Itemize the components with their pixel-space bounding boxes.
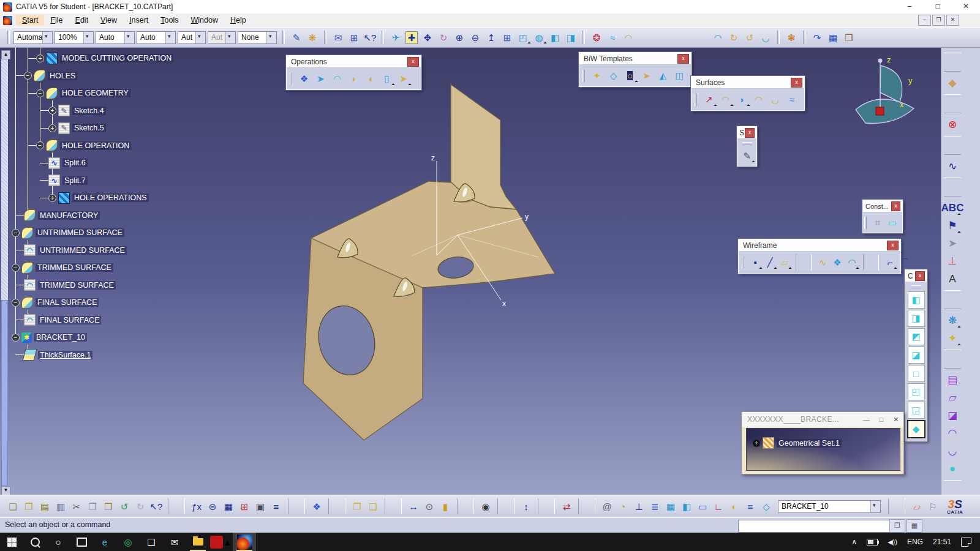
chevron-down-icon[interactable] <box>165 32 175 43</box>
mdi-minimize-icon[interactable]: — <box>859 416 874 424</box>
view-named-icon[interactable]: ◲ <box>908 402 925 419</box>
close-icon[interactable]: x <box>407 57 419 67</box>
spacer[interactable] <box>636 29 710 45</box>
undo-icon[interactable]: ↺ <box>116 498 132 514</box>
toolbar-combo[interactable]: Aut <box>208 31 236 44</box>
snap-box-icon[interactable]: ▭ <box>695 498 710 514</box>
print-icon[interactable]: ▥ <box>53 498 69 514</box>
tree-expander[interactable] <box>48 107 56 114</box>
acrobat-icon[interactable]: ▲ <box>209 533 233 551</box>
swept-icon[interactable]: ◡ <box>767 91 783 108</box>
biw-junction-icon[interactable]: ✦ <box>589 67 605 84</box>
tree-item[interactable]: FINAL SURFACE <box>0 294 263 312</box>
mdi-maximize-icon[interactable]: □ <box>874 416 889 424</box>
language-indicator[interactable]: ENG <box>907 538 923 546</box>
open-body-insert-icon[interactable]: ✦ <box>944 329 961 347</box>
offset-icon[interactable]: ◠ <box>750 91 767 108</box>
zoom-in-icon[interactable]: ⊕ <box>451 29 467 45</box>
store-icon[interactable]: ❑ <box>140 533 163 551</box>
close-icon[interactable]: x <box>915 271 925 281</box>
formula-fx-icon[interactable]: ƒx <box>189 498 205 514</box>
close-icon[interactable]: x <box>891 201 900 211</box>
point-icon[interactable]: ▪ <box>748 254 763 271</box>
tree-item[interactable]: HOLE OPERATIONS <box>0 189 263 207</box>
paste-icon[interactable]: ❒ <box>100 498 116 514</box>
measure-item-icon[interactable]: ⊙ <box>421 498 437 514</box>
toolbar-grip[interactable] <box>582 70 585 82</box>
menu-item[interactable]: Insert <box>123 15 154 26</box>
tree-expander[interactable] <box>36 141 44 149</box>
line-icon[interactable]: ╱ <box>763 254 777 271</box>
chevron-down-icon[interactable]: ▾ <box>870 501 880 512</box>
bead-icon[interactable]: ◡ <box>944 442 961 460</box>
catalog-icon[interactable]: ❖ <box>309 498 325 514</box>
clipboard-icon[interactable]: ❒ <box>841 29 857 45</box>
tree-item[interactable]: TRIMMED SURFACE <box>0 259 263 277</box>
intersection-icon[interactable]: ❖ <box>830 254 845 271</box>
separator[interactable] <box>578 498 595 514</box>
menu-item[interactable]: Edit <box>69 15 95 26</box>
tree-item[interactable]: FINAL SURFACE <box>0 312 263 329</box>
separator[interactable] <box>863 254 879 271</box>
chevron-down-icon[interactable] <box>266 32 276 43</box>
compass-base-handle[interactable] <box>876 107 884 115</box>
list-icon[interactable]: ≡ <box>742 498 758 514</box>
plane-icon[interactable]: ▱ <box>777 254 792 271</box>
axis-system-icon[interactable]: ⊥ <box>631 498 647 514</box>
flag-white-icon[interactable]: ⚐ <box>925 498 941 514</box>
biw-cone-icon[interactable]: ◭ <box>655 67 671 84</box>
tree-expander[interactable] <box>48 124 56 132</box>
catia-taskbar-icon[interactable] <box>233 533 256 551</box>
view-compass[interactable]: z y x <box>856 55 914 124</box>
tree-item[interactable]: ThickSurface.1 <box>0 347 263 364</box>
task-view-icon[interactable] <box>70 533 93 551</box>
corner-icon[interactable]: ⌐ <box>883 254 897 271</box>
toolbar-grip[interactable] <box>911 285 921 288</box>
tree-item[interactable]: Split.6 <box>0 154 263 172</box>
cortana-icon[interactable]: ○ <box>47 533 70 551</box>
chevron-down-icon[interactable] <box>225 32 235 43</box>
toolbar-grip[interactable] <box>742 142 752 145</box>
separator[interactable] <box>538 498 555 514</box>
gear-icon[interactable]: ❋ <box>944 312 961 329</box>
pan-icon[interactable]: ✥ <box>420 29 435 45</box>
minimize-button[interactable]: – <box>895 0 924 13</box>
action-center-icon[interactable] <box>961 538 971 547</box>
manipulate-icon[interactable]: ➤ <box>944 234 961 252</box>
tree-expander[interactable]: + <box>753 440 760 447</box>
mdi-viewport[interactable]: + Geometrical Set.1 <box>746 428 900 471</box>
mdi-close-icon[interactable]: ✕ <box>889 416 903 424</box>
menu-item[interactable]: View <box>94 15 123 26</box>
tree-expander[interactable] <box>12 334 20 342</box>
biw-mating-icon[interactable]: ➤ <box>638 67 655 84</box>
power-input-field[interactable] <box>738 520 890 533</box>
send-mail-icon[interactable]: ✉ <box>330 29 346 45</box>
tree-item[interactable]: HOLES <box>0 67 263 85</box>
menu-item[interactable]: Help <box>224 15 252 26</box>
rotate-icon[interactable]: ↻ <box>435 29 451 45</box>
view-right-icon[interactable]: ◰ <box>908 383 925 400</box>
paint-style-icon[interactable]: ✎ <box>288 29 304 45</box>
flip-surface-icon[interactable]: ↻ <box>726 29 742 45</box>
heal-icon[interactable]: ➤ <box>312 70 329 87</box>
close-icon[interactable]: x <box>677 54 689 64</box>
biw-diabolo-icon[interactable]: ◇ <box>605 67 622 84</box>
lock-icon[interactable]: ▣ <box>252 498 268 514</box>
grip[interactable] <box>944 178 961 197</box>
close-button[interactable]: ✕ <box>952 0 980 13</box>
extrude-icon[interactable]: ↗ <box>701 91 717 108</box>
paste-link-icon[interactable]: ❏ <box>365 498 381 514</box>
mail-icon[interactable]: ✉ <box>163 533 186 551</box>
dome-arrow-icon[interactable]: ◠ <box>620 29 636 45</box>
surface-page-icon[interactable]: ◇ <box>758 498 774 514</box>
equivalent-dimensions-icon[interactable]: ≡ <box>268 498 284 514</box>
toolbar-combo[interactable]: None <box>238 31 277 44</box>
battery-icon[interactable] <box>867 539 878 545</box>
measure-between-icon[interactable]: ↔ <box>405 498 421 514</box>
constraint-dimension-icon[interactable]: ⌗ <box>870 214 885 231</box>
box-view-icon[interactable]: ◧ <box>679 498 695 514</box>
tree-item[interactable]: Split.7 <box>0 172 263 190</box>
seat-surface-icon[interactable]: ◡ <box>758 29 774 45</box>
tree-expander[interactable] <box>36 54 44 62</box>
sheetmetal-layers-icon[interactable]: ▤ <box>944 371 961 389</box>
